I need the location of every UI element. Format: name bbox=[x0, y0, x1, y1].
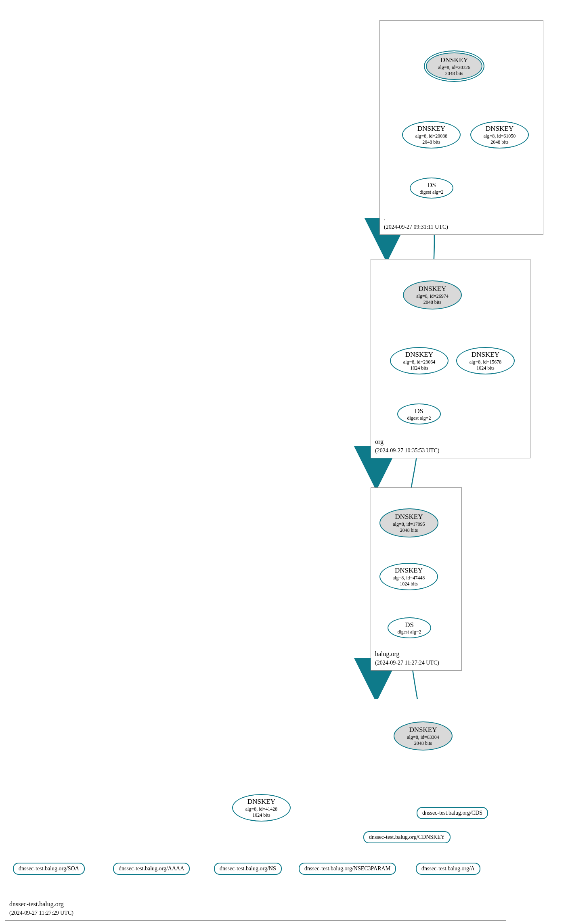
node-sub: alg=8, id=23064 bbox=[403, 359, 436, 365]
rr-a: dnssec-test.balug.org/A bbox=[416, 863, 480, 875]
node-sub: alg=8, id=20326 bbox=[438, 65, 470, 71]
zone-root-label: . (2024-09-27 09:31:11 UTC) bbox=[384, 214, 448, 231]
node-sub: digest alg=2 bbox=[419, 189, 443, 195]
rr-cds: dnssec-test.balug.org/CDS bbox=[417, 807, 488, 819]
rr-ns: dnssec-test.balug.org/NS bbox=[214, 863, 282, 875]
rr-soa: dnssec-test.balug.org/SOA bbox=[13, 863, 85, 875]
node-org-extra: DNSKEY alg=8, id=15678 1024 bits bbox=[456, 347, 515, 374]
rr-nsec3param: dnssec-test.balug.org/NSEC3PARAM bbox=[299, 863, 396, 875]
node-sub2: 2048 bits bbox=[422, 139, 440, 145]
rr-label: dnssec-test.balug.org/SOA bbox=[19, 865, 79, 872]
node-sub: alg=8, id=20038 bbox=[415, 133, 448, 139]
node-test-ksk: DNSKEY alg=8, id=63304 2048 bits bbox=[394, 721, 453, 750]
node-title: DS bbox=[415, 407, 423, 415]
node-root-ksk: DNSKEY alg=8, id=20326 2048 bits bbox=[424, 50, 484, 82]
node-title: DNSKEY bbox=[419, 284, 446, 293]
zone-org-name: org bbox=[375, 438, 384, 445]
node-title: DNSKEY bbox=[247, 797, 275, 806]
node-org-ksk: DNSKEY alg=8, id=26974 2048 bits bbox=[403, 280, 462, 309]
node-sub2: 1024 bits bbox=[476, 365, 494, 371]
node-title: DNSKEY bbox=[440, 56, 468, 64]
zone-test-label: dnssec-test.balug.org (2024-09-27 11:27:… bbox=[9, 900, 73, 917]
node-sub2: 2048 bits bbox=[445, 71, 463, 77]
rr-label: dnssec-test.balug.org/CDNSKEY bbox=[369, 834, 445, 841]
node-title: DS bbox=[405, 621, 414, 629]
node-root-ds: DS digest alg=2 bbox=[410, 178, 453, 199]
node-sub: digest alg=2 bbox=[397, 629, 421, 635]
node-org-ds: DS digest alg=2 bbox=[397, 403, 441, 424]
node-sub: alg=8, id=61050 bbox=[484, 133, 516, 139]
node-title: DS bbox=[427, 181, 436, 189]
node-sub: digest alg=2 bbox=[407, 415, 431, 421]
zone-root-name: . bbox=[384, 215, 386, 222]
node-sub: alg=8, id=41428 bbox=[245, 806, 278, 812]
node-sub2: 2048 bits bbox=[400, 527, 418, 533]
node-sub2: 1024 bits bbox=[410, 365, 428, 371]
node-sub: alg=8, id=26974 bbox=[416, 293, 449, 299]
rr-label: dnssec-test.balug.org/NS bbox=[220, 865, 276, 872]
node-title: DNSKEY bbox=[472, 350, 499, 359]
node-sub: alg=8, id=15678 bbox=[469, 359, 502, 365]
node-balug-ksk: DNSKEY alg=8, id=17095 2048 bits bbox=[379, 508, 438, 537]
node-title: DNSKEY bbox=[395, 512, 423, 521]
node-sub: alg=8, id=63304 bbox=[407, 734, 439, 740]
node-test-zsk: DNSKEY alg=8, id=41428 1024 bits bbox=[232, 794, 291, 822]
node-sub2: 2048 bits bbox=[414, 740, 432, 746]
zone-test-ts: (2024-09-27 11:27:29 UTC) bbox=[9, 910, 73, 916]
zone-balug-name: balug.org bbox=[375, 650, 400, 657]
node-title: DNSKEY bbox=[405, 350, 433, 359]
rr-label: dnssec-test.balug.org/CDS bbox=[422, 809, 482, 817]
node-title: DNSKEY bbox=[486, 124, 514, 133]
node-org-zsk: DNSKEY alg=8, id=23064 1024 bits bbox=[390, 347, 449, 374]
node-sub: alg=8, id=47448 bbox=[393, 575, 425, 581]
node-balug-ds: DS digest alg=2 bbox=[388, 617, 431, 638]
node-title: DNSKEY bbox=[395, 566, 423, 575]
node-balug-zsk: DNSKEY alg=8, id=47448 1024 bits bbox=[379, 563, 438, 590]
node-sub2: 2048 bits bbox=[423, 299, 441, 305]
node-title: DNSKEY bbox=[409, 725, 437, 734]
node-root-zsk: DNSKEY alg=8, id=20038 2048 bits bbox=[402, 121, 461, 148]
zone-org-ts: (2024-09-27 10:35:53 UTC) bbox=[375, 447, 439, 454]
zone-root-ts: (2024-09-27 09:31:11 UTC) bbox=[384, 224, 448, 230]
node-root-extra: DNSKEY alg=8, id=61050 2048 bits bbox=[470, 121, 529, 148]
rr-label: dnssec-test.balug.org/NSEC3PARAM bbox=[304, 865, 390, 872]
rr-label: dnssec-test.balug.org/AAAA bbox=[119, 865, 184, 872]
zone-org-label: org (2024-09-27 10:35:53 UTC) bbox=[375, 437, 439, 455]
node-sub2: 1024 bits bbox=[400, 581, 417, 587]
node-sub: alg=8, id=17095 bbox=[393, 521, 425, 527]
node-title: DNSKEY bbox=[417, 124, 445, 133]
node-sub2: 2048 bits bbox=[490, 139, 508, 145]
zone-test-name: dnssec-test.balug.org bbox=[9, 901, 64, 907]
rr-cdnskey: dnssec-test.balug.org/CDNSKEY bbox=[363, 831, 451, 843]
rr-label: dnssec-test.balug.org/A bbox=[421, 865, 475, 872]
zone-balug-label: balug.org (2024-09-27 11:27:24 UTC) bbox=[375, 650, 439, 667]
node-sub2: 1024 bits bbox=[252, 812, 270, 818]
rr-aaaa: dnssec-test.balug.org/AAAA bbox=[113, 863, 190, 875]
zone-balug-ts: (2024-09-27 11:27:24 UTC) bbox=[375, 660, 439, 666]
